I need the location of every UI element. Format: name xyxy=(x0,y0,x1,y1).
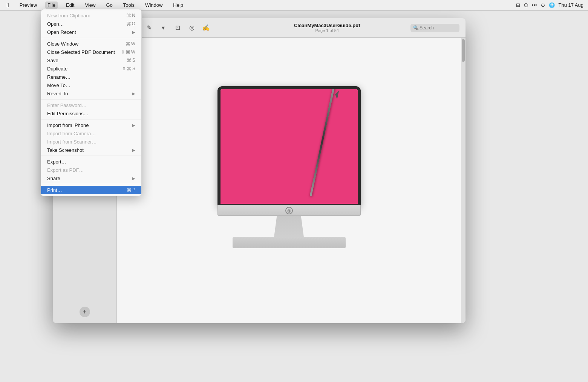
shortcut-open: ⌘O xyxy=(126,21,135,27)
menubar-help[interactable]: Help xyxy=(171,2,185,9)
focus-icon[interactable]: ⊙ xyxy=(541,2,545,8)
menubar-file[interactable]: File xyxy=(45,2,58,9)
doc-subtitle: Page 1 of 54 xyxy=(315,28,339,33)
separator-5 xyxy=(41,184,141,184)
menu-item-edit-permissions[interactable]: Edit Permissions… xyxy=(41,109,141,118)
airplay-icon[interactable]: ⬡ xyxy=(524,2,528,8)
menubar-tools[interactable]: Tools xyxy=(121,2,137,9)
control-center-icon[interactable]: ⊞ xyxy=(516,2,520,8)
menu-item-duplicate[interactable]: Duplicate ⇧⌘S xyxy=(41,64,141,73)
menubar-go[interactable]: Go xyxy=(104,2,115,9)
menu-item-import-iphone[interactable]: Import from iPhone ▶ xyxy=(41,121,141,129)
menubar-window[interactable]: Window xyxy=(143,2,165,9)
apple-menu[interactable]:  xyxy=(5,1,11,9)
menu-item-move-to[interactable]: Move To… xyxy=(41,81,141,89)
menubar-left:  Preview File Edit View Go Tools Window… xyxy=(5,1,185,9)
add-page-button[interactable]: + xyxy=(80,307,90,317)
menu-item-share[interactable]: Share ▶ xyxy=(41,174,141,182)
menu-item-rename[interactable]: Rename… xyxy=(41,73,141,81)
menu-item-close-window[interactable]: Close Window ⌘W xyxy=(41,40,141,48)
menu-item-import-camera: Import from Camera… xyxy=(41,129,141,138)
separator-3 xyxy=(41,119,141,119)
menu-item-save[interactable]: Save ⌘S xyxy=(41,56,141,64)
file-dropdown-menu: New from Clipboard ⌘N Open… ⌘O Open Rece… xyxy=(41,9,142,196)
imac-neck xyxy=(274,216,304,238)
imac-logo: ◎ xyxy=(285,207,293,214)
shortcut-close-pdf: ⇧⌘W xyxy=(121,49,135,55)
imac-chin: ◎ xyxy=(217,205,361,216)
crop-icon[interactable]: ⊡ xyxy=(172,22,183,34)
menu-item-revert-to[interactable]: Revert To ▶ xyxy=(41,89,141,98)
arrow-revert-to: ▶ xyxy=(132,92,135,96)
world-icon[interactable]: 🌐 xyxy=(549,2,555,8)
menu-item-print[interactable]: Print… ⌘P xyxy=(41,186,141,194)
main-content: ◎ xyxy=(117,38,461,323)
menu-item-new-clipboard[interactable]: New from Clipboard ⌘N xyxy=(41,11,141,20)
shortcut-close-window: ⌘W xyxy=(126,41,135,47)
imac-base xyxy=(233,237,346,248)
shortcut-save: ⌘S xyxy=(127,58,135,63)
imac-illustration: ◎ xyxy=(202,86,376,275)
toolbar-right: 🔍 xyxy=(410,24,459,32)
arrow-take-screenshot: ▶ xyxy=(132,148,135,152)
separator-2 xyxy=(41,99,141,99)
menubar-edit[interactable]: Edit xyxy=(64,2,77,9)
menu-item-open[interactable]: Open… ⌘O xyxy=(41,20,141,28)
menubar-preview[interactable]: Preview xyxy=(17,2,39,9)
separator-4 xyxy=(41,156,141,156)
zipper-line xyxy=(309,89,335,196)
more-icon[interactable]: ••• xyxy=(532,2,537,8)
sign-icon[interactable]: ✍ xyxy=(201,22,212,34)
search-wrapper: 🔍 xyxy=(410,24,459,32)
sidebar-bottom: + xyxy=(80,307,90,317)
menu-item-export[interactable]: Export… xyxy=(41,157,141,166)
menu-item-import-scanner: Import from Scanner… xyxy=(41,138,141,146)
arrow-share: ▶ xyxy=(132,176,135,180)
arrow-import-iphone: ▶ xyxy=(132,123,135,127)
separator-1 xyxy=(41,38,141,38)
menu-item-enter-password: Enter Password… xyxy=(41,101,141,109)
menubar-right: ⊞ ⬡ ••• ⊙ 🌐 Thu 17 Aug xyxy=(516,2,583,8)
annotate-icon[interactable]: ◎ xyxy=(186,22,198,34)
imac-screen xyxy=(217,86,361,207)
zipper-pull xyxy=(334,90,339,99)
scrollbar[interactable] xyxy=(461,38,466,323)
shortcut-new-clipboard: ⌘N xyxy=(126,13,135,18)
shortcut-duplicate: ⇧⌘S xyxy=(122,66,135,72)
menubar-view[interactable]: View xyxy=(83,2,98,9)
menu-item-take-screenshot[interactable]: Take Screenshot ▶ xyxy=(41,146,141,154)
datetime: Thu 17 Aug xyxy=(559,2,584,8)
imac-screen-inner xyxy=(220,89,358,204)
markup-arrow-icon[interactable]: ▾ xyxy=(158,22,169,34)
search-input[interactable] xyxy=(410,24,459,32)
doc-title: CleanMyMac3UserGuide.pdf xyxy=(294,23,360,28)
scrollbar-thumb[interactable] xyxy=(462,39,465,62)
arrow-open-recent: ▶ xyxy=(132,30,135,34)
menu-item-export-pdf: Export as PDF… xyxy=(41,166,141,174)
menu-item-close-pdf[interactable]: Close Selected PDF Document ⇧⌘W xyxy=(41,48,141,56)
markup-icon[interactable]: ✎ xyxy=(143,22,155,34)
shortcut-print: ⌘P xyxy=(127,187,135,193)
doc-title-area: CleanMyMac3UserGuide.pdf Page 1 of 54 xyxy=(248,23,406,33)
menu-item-open-recent[interactable]: Open Recent ▶ xyxy=(41,28,141,36)
